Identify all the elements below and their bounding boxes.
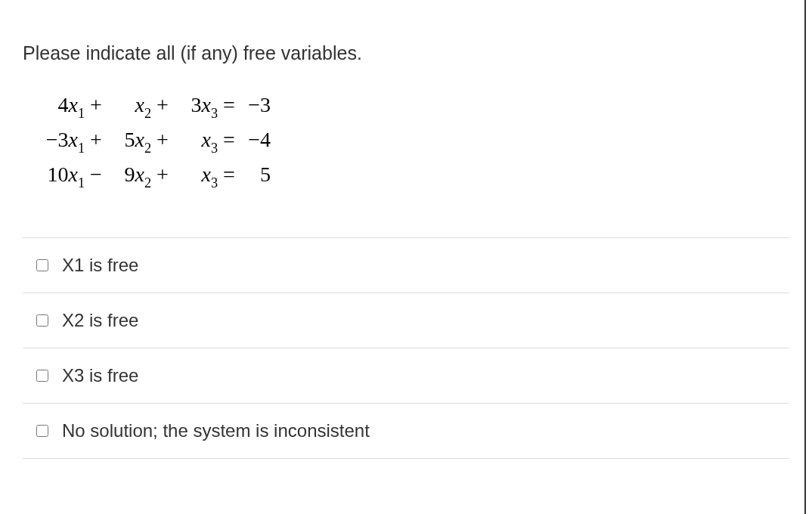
option-x1-free[interactable]: X1 is free [23,238,789,293]
equation-row-1: 4x1 + x2 + 3x3 = −3 [32,88,789,123]
option-no-solution[interactable]: No solution; the system is inconsistent [23,404,789,459]
equation-row-2: −3x1 + 5x2 + x3 = −4 [32,123,789,158]
option-label: X1 is free [62,255,138,276]
option-label: No solution; the system is inconsistent [62,420,370,441]
option-x3-free[interactable]: X3 is free [23,348,789,404]
option-label: X3 is free [62,365,138,386]
answer-options: X1 is free X2 is free X3 is free No solu… [23,237,789,459]
question-prompt: Please indicate all (if any) free variab… [23,42,789,64]
equation-system: 4x1 + x2 + 3x3 = −3 −3x1 + 5x2 + x3 = −4… [32,88,789,192]
option-x2-free[interactable]: X2 is free [23,293,789,348]
checkbox-x1-free[interactable] [36,259,48,271]
checkbox-no-solution[interactable] [36,425,48,437]
equation-row-3: 10x1 − 9x2 + x3 = 5 [32,158,789,193]
option-label: X2 is free [62,310,138,331]
checkbox-x2-free[interactable] [36,314,48,327]
page-right-border [804,0,806,514]
checkbox-x3-free[interactable] [36,370,48,382]
